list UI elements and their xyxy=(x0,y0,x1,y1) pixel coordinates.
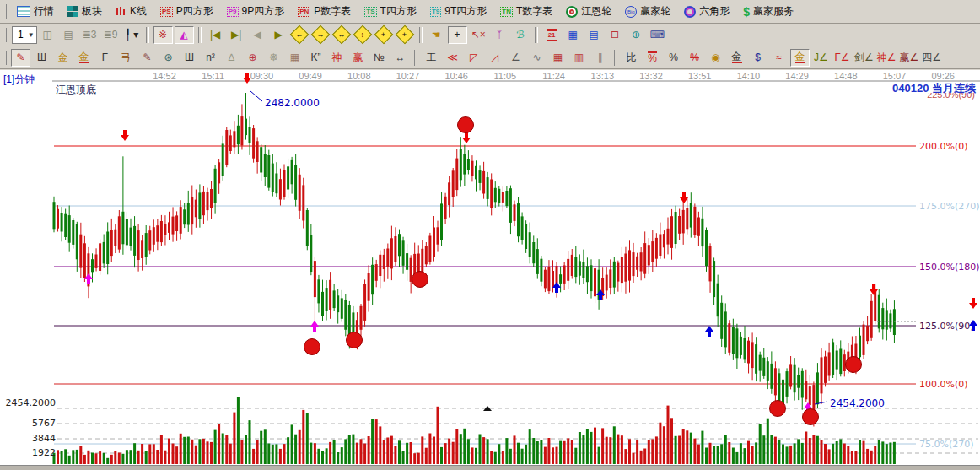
gold-underline-tool[interactable]: 金 xyxy=(790,49,810,67)
period-select[interactable]: 1▼ xyxy=(12,26,37,44)
grid-ticks2-tool[interactable]: Ш xyxy=(180,49,199,67)
fan-curve-tool[interactable]: ◿ xyxy=(485,49,504,67)
ratio-bars-tool[interactable]: 比 xyxy=(622,49,641,67)
number-grid-tool[interactable]: № xyxy=(369,49,389,67)
gann-pattern-button[interactable]: ※ xyxy=(153,26,173,44)
n-square-tool[interactable]: n² xyxy=(201,49,220,67)
red-grid-col-tool[interactable]: ▥ xyxy=(569,49,589,67)
grid-ticks-tool[interactable]: Ш xyxy=(32,49,51,67)
candle-style-button[interactable]: ╿ ▾ xyxy=(122,26,142,44)
si-angle-tool[interactable]: 四∠ xyxy=(921,49,942,67)
notepad-button[interactable]: ▤ xyxy=(584,26,604,44)
toolbar-grip[interactable] xyxy=(3,51,7,65)
color-chart-button[interactable]: ◭ xyxy=(175,26,194,44)
slant-lines-tool[interactable]: ∥ xyxy=(590,49,610,67)
scroll-left-button[interactable]: ← xyxy=(290,26,310,44)
square-spiral-tool[interactable]: ▦ xyxy=(285,49,304,67)
shen-angle-tool[interactable]: 神∠ xyxy=(876,49,897,67)
price-flag-tool[interactable]: $ xyxy=(748,49,767,67)
knife-tool[interactable]: ✎ xyxy=(11,49,30,67)
green-tool-button[interactable]: ℬ xyxy=(511,26,530,44)
percent-tool[interactable]: % xyxy=(664,49,683,67)
jian-angle-tool[interactable]: 剑∠ xyxy=(853,49,875,67)
menu-winner-service[interactable]: $赢家服务 xyxy=(736,2,800,22)
network-button[interactable]: ⊕ xyxy=(627,26,646,44)
next-page-button[interactable]: ▶ xyxy=(269,26,288,44)
width-measure-tool[interactable]: ↔ xyxy=(390,49,410,67)
menu-hexagon[interactable]: 六角形 xyxy=(677,2,736,22)
gold-grid2-tool[interactable]: 金 xyxy=(74,49,94,67)
toolbar-grip[interactable] xyxy=(3,28,7,42)
angle-lines-tool[interactable]: ∠ xyxy=(506,49,525,67)
circle-cross-tool[interactable]: ⊕ xyxy=(243,49,262,67)
menu-winner-wheel[interactable]: Big赢家轮 xyxy=(618,2,677,22)
beam-tool[interactable]: 工 xyxy=(422,49,441,67)
wave-tool[interactable]: ≈ xyxy=(769,49,789,67)
volume-bar xyxy=(836,441,838,464)
delete-pointer-button[interactable]: ↖× xyxy=(469,26,488,44)
menu-p-square[interactable]: PSP四方形 xyxy=(153,2,220,22)
zigzag-tool[interactable]: ∿ xyxy=(527,49,547,67)
menu-9t-square[interactable]: T99T四方形 xyxy=(423,2,493,22)
bars9-button[interactable]: ≣9 xyxy=(101,26,121,44)
toolbar-grip[interactable] xyxy=(3,4,7,19)
menu-kline[interactable]: K线 xyxy=(109,2,153,22)
candle-body xyxy=(187,203,190,225)
menu-t-square[interactable]: TST四方形 xyxy=(358,2,423,22)
volume-bar xyxy=(398,440,401,464)
gold-grid-tool[interactable]: 金 xyxy=(53,49,73,67)
zoom-all-button[interactable]: + xyxy=(374,26,394,44)
chart-canvas[interactable]: 200.0%(0)175.0%(270)150.0%(180)125.0%(90… xyxy=(0,70,980,465)
compass-tool[interactable]: ⊛ xyxy=(159,49,178,67)
f-angle-tool[interactable]: F∠ xyxy=(832,49,852,67)
gold-level-tool[interactable]: 金 xyxy=(727,49,746,67)
fan-lines-tool[interactable]: ≪ xyxy=(443,49,462,67)
spiral-tool[interactable]: 弓 xyxy=(116,49,136,67)
zoom-vertical-button[interactable]: ↕ xyxy=(353,26,373,44)
chevron-down-icon[interactable]: ▼ xyxy=(28,31,35,39)
hand-drag-button[interactable]: ☚ xyxy=(427,26,446,44)
save-button[interactable]: ⊟ xyxy=(606,26,625,44)
scroll-right-button[interactable]: → xyxy=(311,26,331,44)
percent-top-tool[interactable]: % xyxy=(643,49,662,67)
menu-t-number-table[interactable]: TNT数字表 xyxy=(493,2,559,22)
menu-quotes[interactable]: 行情 xyxy=(10,2,61,22)
volume-bar xyxy=(214,430,217,464)
k-double-tool[interactable]: K” xyxy=(306,49,326,67)
percent-mid-tool[interactable]: % xyxy=(685,49,704,67)
fan-box-tool[interactable]: ◸ xyxy=(464,49,483,67)
f-grid-tool[interactable]: F xyxy=(95,49,115,67)
menu-kline-icon xyxy=(116,6,127,17)
candle-body xyxy=(740,337,742,355)
prev-page-button[interactable]: ◀ xyxy=(248,26,267,44)
crosshair-button[interactable]: + xyxy=(448,26,467,44)
purple-tool-button[interactable]: ᛉ xyxy=(490,26,509,44)
shen-grid-tool[interactable]: 神 xyxy=(327,49,347,67)
chart-area[interactable]: 200.0%(0)175.0%(270)150.0%(180)125.0%(90… xyxy=(0,70,980,465)
ying-grid-tool[interactable]: 赢 xyxy=(348,49,368,67)
star-tool[interactable]: ☸ xyxy=(264,49,283,67)
calendar-button[interactable]: 21 xyxy=(542,26,562,44)
j-angle-tool[interactable]: J∠ xyxy=(811,49,831,67)
report-window-button[interactable]: ▤ xyxy=(59,26,78,44)
menu-gann-wheel[interactable]: 江恩轮 xyxy=(559,2,618,22)
pattern-window-button[interactable]: ◫ xyxy=(38,26,57,44)
candle-body xyxy=(137,230,140,260)
last-page-button[interactable]: ▶| xyxy=(227,26,246,44)
menu-9p-square[interactable]: P99P四方形 xyxy=(220,2,291,22)
client-button[interactable]: ⌨ xyxy=(648,26,667,44)
zoom-horizontal-button[interactable]: ↔ xyxy=(332,26,352,44)
pen-tool[interactable]: ✎ xyxy=(137,49,157,67)
bars3-button[interactable]: ≣3 xyxy=(80,26,100,44)
ying-angle-tool[interactable]: 赢∠ xyxy=(899,49,920,67)
first-page-button[interactable]: |◀ xyxy=(206,26,225,44)
menu-p-number-table[interactable]: PNP数字表 xyxy=(291,2,358,22)
menu-sectors[interactable]: 板块 xyxy=(61,2,109,22)
angle-a-tool[interactable]: ∆ xyxy=(222,49,241,67)
red-grid-tool[interactable]: ▦ xyxy=(548,49,568,67)
candle-body xyxy=(824,357,827,383)
gold-circle-tool[interactable]: ◉ xyxy=(706,49,725,67)
zoom-full-button[interactable]: + xyxy=(396,26,415,44)
calculator-button[interactable]: ▦ xyxy=(563,26,583,44)
candle-body xyxy=(678,216,681,234)
